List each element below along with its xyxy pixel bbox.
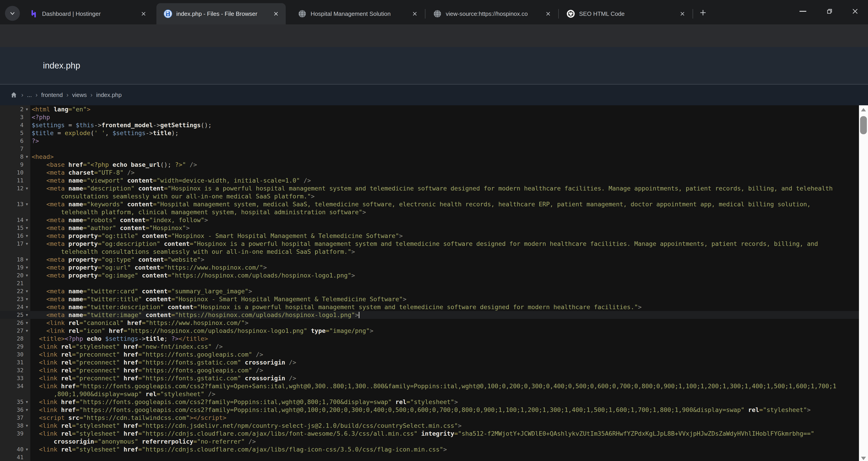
fold-arrow-icon[interactable]: ▾ <box>24 271 30 279</box>
window-restore-button[interactable] <box>816 0 843 23</box>
fold-arrow-icon[interactable]: ▾ <box>24 255 30 264</box>
code-line[interactable]: 27▾ <link rel="icon" href="https://hospi… <box>0 327 859 335</box>
code-text: telehealth consultations seamlessly with… <box>30 248 355 255</box>
code-line[interactable]: 22▾ <meta name="twitter:card" content="s… <box>0 287 859 295</box>
fold-arrow-icon[interactable]: ▾ <box>24 232 30 240</box>
tab-close-icon[interactable] <box>273 10 279 17</box>
code-line[interactable]: 21 <box>0 279 859 287</box>
code-line[interactable]: 20▾ <meta property="og:image" content="h… <box>0 271 859 279</box>
code-line[interactable]: 29 <link rel="stylesheet" href="new-fnt/… <box>0 343 859 350</box>
tab-hospital-management[interactable]: Hospital Management Solution <box>291 3 425 24</box>
code-line[interactable]: 35▾ <link href="https://fonts.googleapis… <box>0 398 859 406</box>
code-line[interactable]: 8▾<head> <box>0 153 859 161</box>
code-line[interactable]: 41 <box>0 453 859 461</box>
tab-close-icon[interactable] <box>411 10 418 17</box>
code-line[interactable]: 33 <link rel="preconnect" href="https://… <box>0 374 859 382</box>
code-line[interactable]: ,800;1,900&display=swap" rel="stylesheet… <box>0 390 859 398</box>
code-line[interactable]: telehealth platform, clinical management… <box>0 208 859 216</box>
code-line[interactable]: 11 <meta name="viewport" content="width=… <box>0 177 859 184</box>
tab-close-icon[interactable] <box>679 10 686 17</box>
code-line[interactable]: 40▾ <link rel="stylesheet" href="https:/… <box>0 445 859 453</box>
code-line[interactable]: 16▾ <meta property="og:title" content="H… <box>0 232 859 240</box>
code-line[interactable]: 32 <link rel="preconnect" href="https://… <box>0 366 859 374</box>
code-line[interactable]: 17▾ <meta property="og:description" cont… <box>0 240 859 248</box>
tab-strip: Dashboard | Hostinger index.php - Files … <box>0 0 868 24</box>
tab-view-source[interactable]: view-source:https://hospinox.co <box>426 3 558 24</box>
code-line[interactable]: 30 <link rel="preconnect" href="https://… <box>0 350 859 359</box>
code-line[interactable]: 18▾ <meta property="og:type" content="we… <box>0 255 859 264</box>
fold-arrow-icon[interactable]: ▾ <box>24 264 30 271</box>
close-icon <box>851 8 859 15</box>
code-line[interactable]: 34 <link href="https://fonts.googleapis.… <box>0 382 859 390</box>
breadcrumb-item-frontend[interactable]: frontend <box>41 92 63 98</box>
fold-arrow-icon[interactable]: ▾ <box>24 224 30 232</box>
breadcrumb-item-index-php[interactable]: index.php <box>96 92 122 98</box>
fold-arrow-icon[interactable]: ▾ <box>24 184 30 192</box>
window-minimize-button[interactable] <box>790 0 816 23</box>
line-number: 31 <box>0 359 24 366</box>
code-text: <meta property="og:url" content="https:/… <box>30 264 267 271</box>
code-line[interactable]: consultations seamlessly with our all-in… <box>0 192 859 200</box>
fold-arrow-icon[interactable]: ▾ <box>24 105 30 113</box>
scrollbar-thumb[interactable] <box>860 116 867 134</box>
fold-arrow-icon[interactable]: ▾ <box>24 422 30 430</box>
code-line[interactable]: 37 <script src="https://cdn.tailwindcss.… <box>0 414 859 422</box>
breadcrumb-item-views[interactable]: views <box>72 92 87 98</box>
fold-arrow-icon[interactable]: ▾ <box>24 303 30 311</box>
tab-close-icon[interactable] <box>140 10 147 17</box>
code-line[interactable]: 7 <box>0 145 859 153</box>
code-line[interactable]: 38▾ <link rel="stylesheet" href="https:/… <box>0 422 859 430</box>
code-text: <meta name="twitter:title" content="Hosp… <box>30 295 406 303</box>
code-line[interactable]: 23▾ <meta name="twitter:title" content="… <box>0 295 859 303</box>
tab-title: index.php - Files - File Browser <box>176 3 269 24</box>
code-line[interactable]: 26▾ <link rel="canonical" href="https://… <box>0 319 859 327</box>
fold-arrow-icon[interactable]: ▾ <box>24 311 30 319</box>
fold-arrow-icon[interactable]: ▾ <box>24 406 30 414</box>
fold-arrow-icon[interactable]: ▾ <box>24 398 30 406</box>
line-number: 32 <box>0 366 24 374</box>
code-line[interactable]: 28 <title><?php echo $settings->title; ?… <box>0 335 859 343</box>
code-line[interactable]: 12▾ <meta name="description" content="Ho… <box>0 184 859 192</box>
code-line[interactable]: 3<?php <box>0 113 859 121</box>
breadcrumb-ellipsis[interactable]: ... <box>27 92 32 98</box>
code-line[interactable]: 25▾ <meta name="twitter:image" content="… <box>0 311 859 319</box>
code-line[interactable]: telehealth consultations seamlessly with… <box>0 248 859 255</box>
code-line[interactable]: 4$settings = $this->frontend_model->getS… <box>0 121 859 129</box>
code-line[interactable]: 19▾ <meta property="og:url" content="htt… <box>0 264 859 271</box>
code-line[interactable]: 5$title = explode(' ', $settings->title)… <box>0 129 859 137</box>
fold-arrow-icon[interactable]: ▾ <box>24 240 30 248</box>
code-line[interactable]: 31 <link rel="preconnect" href="https://… <box>0 359 859 366</box>
window-close-button[interactable] <box>842 0 868 23</box>
code-line[interactable]: 2▾<html lang="en"> <box>0 105 859 113</box>
fold-arrow-icon[interactable]: ▾ <box>24 327 30 335</box>
scrollbar-up-arrow-icon[interactable] <box>861 108 866 112</box>
code-line[interactable]: crossorigin="anonymous" referrerpolicy="… <box>0 437 859 445</box>
fold-arrow-icon[interactable]: ▾ <box>24 445 30 453</box>
fold-arrow-icon[interactable]: ▾ <box>24 287 30 295</box>
fold-arrow-icon[interactable]: ▾ <box>24 153 30 161</box>
fold-arrow-icon[interactable]: ▾ <box>24 295 30 303</box>
code-line[interactable]: 39 <link rel="stylesheet" href="https://… <box>0 430 859 437</box>
fold-arrow-icon[interactable]: ▾ <box>24 319 30 327</box>
code-line[interactable]: 9 <base href="<?php echo base_url(); ?>"… <box>0 161 859 168</box>
scrollbar-down-arrow-icon[interactable] <box>861 457 866 460</box>
code-line[interactable]: 6?> <box>0 137 859 145</box>
breadcrumb-bar: › ... › frontend › views › index.php <box>0 84 868 105</box>
fold-arrow-icon[interactable]: ▾ <box>24 200 30 208</box>
code-line[interactable]: 24▾ <meta name="twitter:description" con… <box>0 303 859 311</box>
code-editor[interactable]: 2▾<html lang="en">3<?php4$settings = $th… <box>0 105 868 461</box>
editor-scrollbar[interactable] <box>859 105 868 461</box>
code-line[interactable]: 36▾ <link href="https://fonts.googleapis… <box>0 406 859 414</box>
new-tab-button[interactable] <box>695 5 711 20</box>
tab-search-button[interactable] <box>5 6 20 21</box>
code-line[interactable]: 10 <meta charset="UTF-8" /> <box>0 168 859 177</box>
code-line[interactable]: 15▾ <meta name="author" content="Hospino… <box>0 224 859 232</box>
home-icon[interactable] <box>10 91 18 99</box>
tab-seo-html-code[interactable]: SEO HTML Code <box>559 3 692 24</box>
code-line[interactable]: 13▾ <meta name="keywords" content="Hospi… <box>0 200 859 208</box>
tab-dashboard-hostinger[interactable]: Dashboard | Hostinger <box>22 3 153 24</box>
tab-close-icon[interactable] <box>545 10 552 17</box>
tab-index-php-active[interactable]: index.php - Files - File Browser <box>156 3 286 24</box>
fold-arrow-icon[interactable]: ▾ <box>24 216 30 224</box>
code-line[interactable]: 14▾ <meta name="robots" content="index, … <box>0 216 859 224</box>
